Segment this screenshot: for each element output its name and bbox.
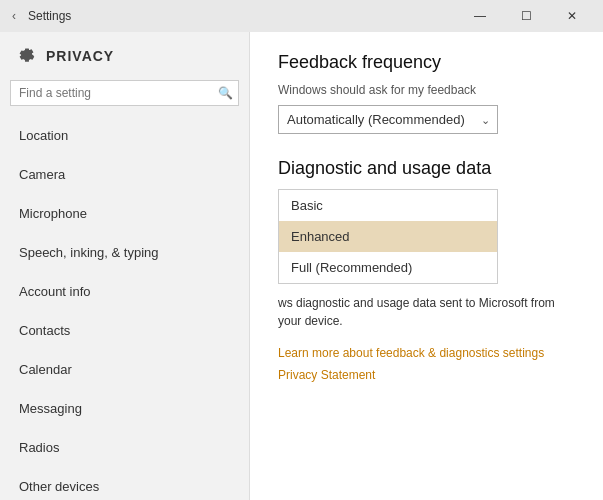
minimize-button[interactable]: —	[457, 0, 503, 32]
sidebar-item-account-info[interactable]: Account info	[0, 272, 249, 311]
main-layout: PRIVACY 🔍 LocationCameraMicrophoneSpeech…	[0, 32, 603, 500]
sidebar: PRIVACY 🔍 LocationCameraMicrophoneSpeech…	[0, 32, 250, 500]
back-button[interactable]: ‹	[8, 7, 20, 25]
learn-more-link[interactable]: Learn more about feedback & diagnostics …	[278, 346, 575, 360]
gear-icon	[16, 46, 36, 66]
feedback-frequency-dropdown[interactable]: Automatically (Recommended) ⌄	[278, 105, 498, 134]
sidebar-item-location[interactable]: Location	[0, 116, 249, 155]
diagnostic-list: BasicEnhancedFull (Recommended)	[278, 189, 498, 284]
sidebar-item-radios[interactable]: Radios	[0, 428, 249, 467]
feedback-select[interactable]: Automatically (Recommended)	[278, 105, 498, 134]
nav-list: LocationCameraMicrophoneSpeech, inking, …	[0, 116, 249, 500]
sidebar-header: PRIVACY	[0, 32, 249, 80]
diag-item-basic[interactable]: Basic	[279, 190, 497, 221]
maximize-button[interactable]: ☐	[503, 0, 549, 32]
search-icon: 🔍	[218, 86, 233, 100]
diag-item-full-recommended-[interactable]: Full (Recommended)	[279, 252, 497, 283]
diag-item-enhanced[interactable]: Enhanced	[279, 221, 497, 252]
section2-title: Diagnostic and usage data	[278, 158, 575, 179]
sidebar-item-microphone[interactable]: Microphone	[0, 194, 249, 233]
section1-title: Feedback frequency	[278, 52, 575, 73]
privacy-statement-link[interactable]: Privacy Statement	[278, 368, 575, 382]
title-bar-nav: ‹	[8, 7, 20, 25]
sidebar-item-calendar[interactable]: Calendar	[0, 350, 249, 389]
search-input[interactable]	[10, 80, 239, 106]
description-text: ws diagnostic and usage data sent to Mic…	[278, 294, 575, 330]
content-area: Feedback frequency Windows should ask fo…	[250, 32, 603, 500]
sidebar-item-other-devices[interactable]: Other devices	[0, 467, 249, 500]
sidebar-item-camera[interactable]: Camera	[0, 155, 249, 194]
section1-sublabel: Windows should ask for my feedback	[278, 83, 575, 97]
sidebar-item-speech-inking-typing[interactable]: Speech, inking, & typing	[0, 233, 249, 272]
search-box: 🔍	[10, 80, 239, 106]
window-title: Settings	[28, 9, 71, 23]
title-bar: ‹ Settings — ☐ ✕	[0, 0, 603, 32]
window-controls: — ☐ ✕	[457, 0, 595, 32]
sidebar-item-contacts[interactable]: Contacts	[0, 311, 249, 350]
close-button[interactable]: ✕	[549, 0, 595, 32]
sidebar-title: PRIVACY	[46, 48, 114, 64]
sidebar-item-messaging[interactable]: Messaging	[0, 389, 249, 428]
title-bar-left: ‹ Settings	[8, 7, 71, 25]
